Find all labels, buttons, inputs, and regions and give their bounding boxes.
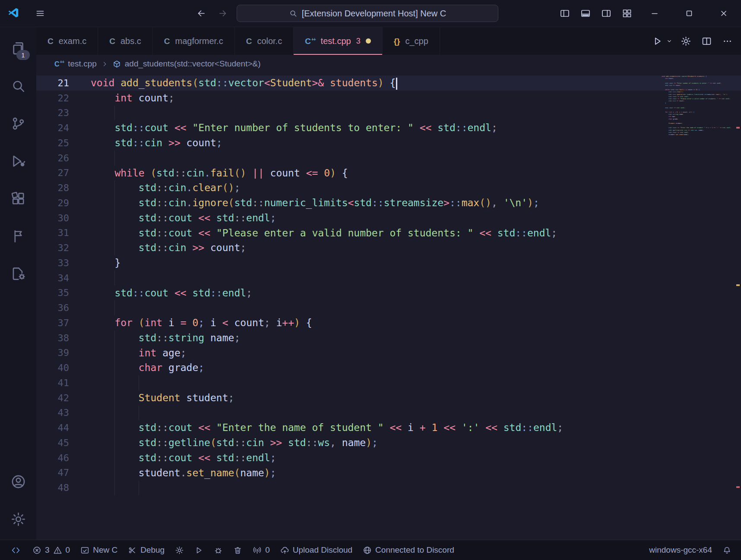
c-file-icon: C — [109, 37, 115, 45]
code-line-35[interactable]: 35 std::cout << std::endl; — [36, 286, 741, 301]
activity-cpp-tools[interactable] — [0, 255, 36, 293]
code-line-25[interactable]: 25 std::cin >> count; — [36, 135, 741, 151]
code-line-46[interactable]: 46 std::cout << std::endl; — [36, 450, 741, 466]
activity-source-control[interactable] — [0, 105, 36, 142]
tab-test.cpp[interactable]: Ctest.cpp3 — [294, 27, 382, 55]
status-run-task[interactable] — [189, 540, 209, 560]
toggle-panel-icon[interactable] — [575, 0, 596, 27]
status-task-debug[interactable]: Debug — [123, 540, 170, 560]
activity-accounts[interactable] — [0, 463, 36, 500]
warning-icon — [53, 546, 62, 555]
code-line-30[interactable]: 30 std::cout << std::endl; — [36, 211, 741, 226]
broadcast-icon — [253, 546, 262, 555]
code-line-27[interactable]: 27 while (std::cin.fail() || count <= 0)… — [36, 166, 741, 181]
cloud-up-icon — [280, 546, 289, 555]
code-line-34[interactable]: 34 — [36, 271, 741, 286]
line-number: 47 — [36, 467, 91, 478]
remote-icon — [11, 546, 20, 555]
code-line-22[interactable]: 22 int count; — [36, 91, 741, 106]
bell-icon — [722, 546, 732, 555]
menu-icon[interactable] — [32, 6, 48, 21]
activity-flag-extension[interactable] — [0, 217, 36, 255]
code-line-45[interactable]: 45 std::getline(std::cin >> std::ws, nam… — [36, 435, 741, 450]
code-line-23[interactable]: 23 — [36, 106, 741, 121]
tab-label: magformer.c — [175, 36, 223, 46]
minimize-button[interactable] — [637, 0, 672, 27]
activity-explorer[interactable]: 1 — [0, 30, 36, 67]
line-number: 25 — [36, 138, 91, 148]
status-problems[interactable]: 30 — [27, 540, 75, 560]
toggle-sidebar-icon[interactable] — [554, 0, 575, 27]
code-line-48[interactable]: 48 — [36, 480, 741, 495]
activity-manage[interactable] — [0, 500, 36, 538]
status-settings[interactable] — [170, 540, 189, 560]
line-number: 24 — [36, 123, 91, 133]
close-button[interactable] — [706, 0, 741, 27]
status-clean[interactable] — [228, 540, 247, 560]
error-icon — [32, 546, 41, 555]
split-editor[interactable] — [697, 31, 716, 50]
code-line-33[interactable]: 33 } — [36, 255, 741, 271]
code-line-29[interactable]: 29 std::cin.ignore(std::numeric_limits<s… — [36, 195, 741, 211]
code-line-38[interactable]: 38 std::string name; — [36, 330, 741, 346]
activity-run-and-debug[interactable] — [0, 142, 36, 180]
status-task-new-c[interactable]: New C — [75, 540, 123, 560]
code-line-44[interactable]: 44 std::cout << "Enter the name of stude… — [36, 420, 741, 435]
editor-settings[interactable] — [676, 31, 695, 50]
code-line-24[interactable]: 24 std::cout << "Enter number of student… — [36, 120, 741, 135]
code-line-43[interactable]: 43 — [36, 406, 741, 421]
status-discord-status[interactable]: Connected to Discord — [358, 540, 459, 560]
command-center[interactable]: [Extension Development Host] New C — [237, 5, 498, 22]
modified-dot-icon — [366, 38, 371, 44]
code-line-40[interactable]: 40 char grade; — [36, 360, 741, 375]
toggle-secondary-sidebar-icon[interactable] — [596, 0, 617, 27]
activity-extensions[interactable] — [0, 180, 36, 217]
breadcrumb-file[interactable]: test.cpp — [68, 59, 97, 69]
more-actions[interactable] — [718, 31, 737, 50]
code-line-47[interactable]: 47 student.set_name(name); — [36, 466, 741, 481]
maximize-button[interactable] — [672, 0, 706, 27]
tab-problems-badge: 3 — [356, 37, 361, 46]
tab-label: c_cpp — [405, 36, 428, 46]
run-dropdown[interactable] — [664, 31, 674, 50]
split-icon — [701, 36, 712, 47]
line-number: 37 — [36, 318, 91, 328]
code-line-36[interactable]: 36 — [36, 300, 741, 315]
code-line-21[interactable]: 21void add_students(std::vector<Student>… — [36, 76, 741, 91]
code-line-41[interactable]: 41 — [36, 375, 741, 390]
back-icon[interactable] — [193, 6, 209, 21]
chevron-right-icon — [101, 60, 109, 68]
line-number: 26 — [36, 153, 91, 164]
c-file-icon: C — [246, 37, 252, 45]
line-number: 46 — [36, 453, 91, 463]
minimap[interactable]: void add_students(std::vector<Student>& … — [662, 76, 733, 138]
forward-icon[interactable] — [215, 6, 231, 21]
code-line-42[interactable]: 42 Student student; — [36, 390, 741, 406]
code-line-26[interactable]: 26 — [36, 151, 741, 166]
status-debug[interactable] — [209, 540, 228, 560]
tab-color.c[interactable]: Ccolor.c — [235, 27, 294, 55]
code-line-32[interactable]: 32 std::cin >> count; — [36, 240, 741, 255]
trash-icon — [233, 546, 242, 555]
tab-magformer.c[interactable]: Cmagformer.c — [153, 27, 235, 55]
tab-abs.c[interactable]: Cabs.c — [98, 27, 153, 55]
status-remote-indicator[interactable] — [4, 540, 27, 560]
code-line-31[interactable]: 31 std::cout << "Please enter a valid nu… — [36, 226, 741, 241]
status-compiler-config[interactable]: windows-gcc-x64 — [644, 540, 717, 560]
line-number: 22 — [36, 93, 91, 104]
customize-layout-icon[interactable] — [617, 0, 637, 27]
breadcrumb-symbol[interactable]: add_students(std::vector<Student>&) — [125, 59, 261, 69]
code-line-37[interactable]: 37 for (int i = 0; i < count; i++) { — [36, 315, 741, 330]
code-line-39[interactable]: 39 int age; — [36, 346, 741, 361]
overview-ruler[interactable] — [735, 73, 741, 540]
chev-down-icon — [666, 38, 673, 44]
code-line-28[interactable]: 28 std::cin.clear(); — [36, 180, 741, 195]
breadcrumb: C test.cpp add_students(std::vector<Stud… — [36, 55, 741, 73]
status-upload-discloud[interactable]: Upload Discloud — [275, 540, 358, 560]
activity-search[interactable] — [0, 67, 36, 105]
status-ports[interactable]: 0 — [247, 540, 275, 560]
status-notifications[interactable] — [717, 540, 737, 560]
tab-c_cpp[interactable]: {}c_cpp — [383, 27, 440, 55]
tab-exam.c[interactable]: Cexam.c — [36, 27, 98, 55]
code-editor[interactable]: 21void add_students(std::vector<Student>… — [36, 73, 741, 540]
